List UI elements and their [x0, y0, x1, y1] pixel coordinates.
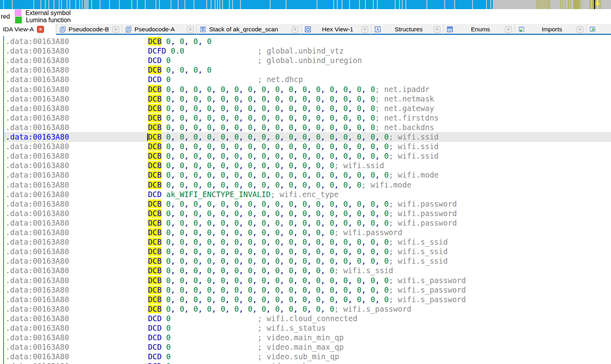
- tab-pseudocode-b[interactable]: Pseudocode-B×: [56, 24, 122, 35]
- tab-label: Enums: [456, 26, 505, 33]
- byte-value: 0: [275, 104, 280, 113]
- close-tab-button[interactable]: ×: [361, 26, 368, 33]
- listing-row[interactable]: .data:00163A80DCB0, 0, 0, 0, 0, 0, 0, 0,…: [4, 285, 611, 295]
- close-tab-button[interactable]: ×: [505, 26, 512, 33]
- byte-value: 0: [384, 247, 388, 256]
- byte-value: 0: [234, 257, 238, 265]
- listing-row[interactable]: .data:00163A80DCB0, 0, 0, 0, 0, 0, 0, 0,…: [4, 132, 611, 142]
- listing-row[interactable]: .data:00163A80DCB0, 0, 0, 0, 0, 0, 0, 0,…: [4, 199, 611, 209]
- listing-row[interactable]: .data:00163A80DCB0, 0, 0, 0, 0, 0, 0, 0,…: [4, 228, 611, 238]
- byte-value: 0: [261, 85, 266, 94]
- listing-row[interactable]: .data:00163A80DCB0, 0, 0, 0, 0, 0, 0, 0,…: [4, 180, 611, 190]
- separator: ,: [375, 247, 384, 256]
- close-tab-button[interactable]: ×: [576, 26, 583, 33]
- byte-value: 0: [261, 151, 266, 160]
- listing-row[interactable]: .data:00163A80DCB0, 0, 0, 0, 0, 0, 0, 0,…: [4, 94, 611, 104]
- separator: ,: [334, 257, 343, 265]
- byte-value: 0: [343, 151, 348, 160]
- separator: ,: [321, 171, 330, 179]
- byte-value: 0: [207, 123, 211, 132]
- listing-row[interactable]: .data:00163A80DCB0, 0, 0, 0: [4, 36, 611, 46]
- listing-row[interactable]: .data:00163A80DCB0, 0, 0, 0, 0, 0, 0, 0,…: [4, 218, 611, 228]
- listing-row[interactable]: .data:00163A80DCFD0.0; global.unbind_vtz: [4, 46, 611, 56]
- byte-value: 0: [357, 257, 361, 265]
- separator: ,: [171, 257, 180, 265]
- text-cursor: [147, 133, 148, 141]
- listing-row[interactable]: .data:00163A80DCB0, 0, 0, 0, 0, 0, 0, 0,…: [4, 276, 611, 285]
- separator: ,: [266, 161, 275, 170]
- tab-partial[interactable]: [586, 24, 611, 35]
- listing-row[interactable]: .data:00163A80DCD0; wifi.cloud_connected: [4, 314, 611, 324]
- separator: ,: [348, 132, 357, 141]
- directive-keyword: DCD: [148, 333, 161, 342]
- byte-value: 0: [275, 171, 280, 179]
- tab-ida-view-a[interactable]: IDA View-A×: [0, 24, 56, 35]
- separator: ,: [334, 85, 343, 94]
- tab-stack-of-ak-qrcode-scan[interactable]: Stack of ak_qrcode_scan×: [197, 24, 302, 35]
- listing-row[interactable]: .data:00163A80DCB0, 0, 0, 0, 0, 0, 0, 0,…: [4, 209, 611, 218]
- listing-row[interactable]: .data:00163A80DCB0, 0, 0, 0, 0, 0, 0, 0,…: [4, 123, 611, 132]
- separator: ,: [239, 123, 248, 132]
- tab-pseudocode-a[interactable]: Pseudocode-A×: [122, 24, 197, 35]
- listing-row[interactable]: .data:00163A80DCDak_WIFI_ENCTYPE_INVALID…: [4, 190, 611, 199]
- separator: ,: [293, 161, 302, 170]
- listing-row[interactable]: .data:00163A80DCB0, 0, 0, 0, 0, 0, 0, 0,…: [4, 256, 611, 266]
- listing-row[interactable]: .data:00163A80DCB0, 0, 0, 0, 0, 0, 0, 0,…: [4, 295, 611, 305]
- code: DCB0, 0, 0, 0, 0, 0, 0, 0, 0, 0, 0, 0, 0…: [148, 266, 393, 275]
- separator: ,: [348, 295, 357, 304]
- close-tab-button[interactable]: ×: [187, 26, 194, 33]
- navigation-band[interactable]: [0, 0, 611, 9]
- listing-row[interactable]: .data:00163A80DCB0, 0, 0, 0, 0, 0, 0, 0,…: [4, 103, 611, 113]
- listing-row[interactable]: .data:00163A80DCB0, 0, 0, 0, 0, 0, 0, 0,…: [4, 113, 611, 123]
- separator: ,: [280, 228, 289, 237]
- close-tab-button[interactable]: ×: [292, 26, 298, 33]
- listing-row[interactable]: .data:00163A80DCB0, 0, 0, 0, 0, 0, 0, 0,…: [4, 304, 611, 314]
- address: .data:00163A80: [6, 103, 69, 113]
- navband-tick: [333, 0, 334, 9]
- listing-row[interactable]: .data:00163A80DCB0, 0, 0, 0, 0, 0, 0, 0,…: [4, 170, 611, 180]
- code: DCB0, 0, 0, 0, 0, 0, 0, 0, 0, 0, 0, 0, 0…: [148, 123, 434, 132]
- close-tab-button[interactable]: ×: [434, 26, 440, 33]
- separator: ,: [184, 209, 194, 218]
- byte-value: 0: [371, 285, 375, 294]
- byte-value: 0: [166, 276, 171, 285]
- tab-hex-view-1[interactable]: Hex View-1×: [302, 24, 371, 35]
- listing-row[interactable]: .data:00163A80DCB0, 0, 0, 0, 0, 0, 0, 0,…: [4, 237, 611, 247]
- separator: ,: [334, 132, 343, 141]
- byte-value: 0: [193, 142, 198, 151]
- code: DCB0, 0, 0, 0, 0, 0, 0, 0, 0, 0, 0, 0, 0…: [148, 256, 448, 266]
- close-tab-button[interactable]: ×: [37, 26, 44, 33]
- listing-row[interactable]: .data:00163A80DCB0, 0, 0, 0: [4, 65, 611, 75]
- current-position-marker[interactable]: [595, 0, 600, 6]
- comment-prefix: ;: [375, 85, 384, 94]
- listing-row[interactable]: .data:00163A80DCD0; video.main_max_qp: [4, 342, 611, 352]
- listing-row[interactable]: .data:00163A80DCB0, 0, 0, 0, 0, 0, 0, 0,…: [4, 161, 611, 171]
- byte-value: 0: [221, 247, 225, 256]
- listing-row[interactable]: .data:00163A80DCB0, 0, 0, 0, 0, 0, 0, 0,…: [4, 266, 611, 276]
- listing-row[interactable]: .data:00163A80DCB0, 0, 0, 0, 0, 0, 0, 0,…: [4, 151, 611, 161]
- byte-value: 0: [221, 151, 225, 160]
- navband-tick: [194, 0, 194, 9]
- listing-row[interactable]: .data:00163A80DCD0; wifi.s_status: [4, 323, 611, 333]
- byte-value: 0: [357, 247, 361, 256]
- listing-row[interactable]: .data:00163A80DCD0; net.dhcp: [4, 75, 611, 84]
- close-tab-button[interactable]: ×: [112, 26, 119, 33]
- listing-row[interactable]: .data:00163A80DCD0; video.sub_min_qp: [4, 352, 611, 362]
- navband-tick: [405, 0, 406, 9]
- comment-prefix: ;: [334, 266, 343, 275]
- listing-row[interactable]: .data:00163A80DCB0, 0, 0, 0, 0, 0, 0, 0,…: [4, 142, 611, 151]
- separator: ,: [198, 161, 207, 170]
- listing-row[interactable]: .data:00163A80DCD0; video.main_min_qp: [4, 333, 611, 343]
- listing-row[interactable]: .data:00163A80DCB0, 0, 0, 0, 0, 0, 0, 0,…: [4, 247, 611, 257]
- byte-value: 0: [166, 85, 171, 94]
- byte-value: 0: [289, 247, 293, 256]
- listing-row[interactable]: .data:00163A80DCB0, 0, 0, 0, 0, 0, 0, 0,…: [4, 84, 611, 94]
- tab-structures[interactable]: AStructures×: [371, 24, 444, 35]
- byte-value: 0: [261, 123, 266, 132]
- listing-row[interactable]: .data:00163A80DCD0; global.unbind_uregio…: [4, 56, 611, 65]
- tab-enums[interactable]: Enums×: [444, 24, 515, 35]
- listing-row[interactable]: .data:00163A80DCD0; video.sub_max_qp: [4, 361, 611, 364]
- byte-value: 0: [193, 123, 198, 132]
- byte-value: 0: [289, 266, 293, 275]
- tab-imports[interactable]: Imports×: [515, 24, 586, 35]
